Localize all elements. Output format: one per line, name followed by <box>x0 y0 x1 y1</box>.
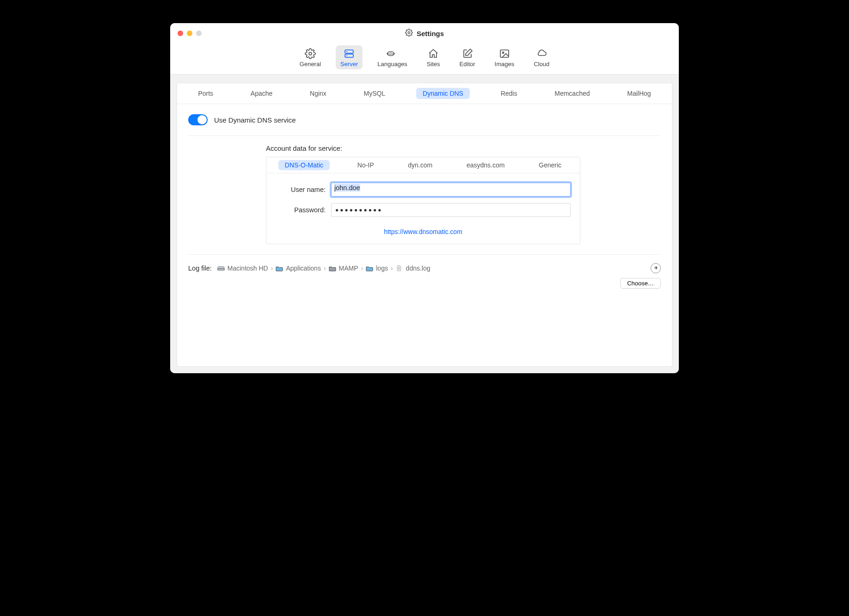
tab-label: Server <box>340 61 358 68</box>
password-input[interactable]: ●●●●●●●●●● <box>331 203 571 217</box>
gear-icon <box>304 48 316 59</box>
provider-tab-easydns[interactable]: easydns.com <box>460 160 511 170</box>
subtab-dynamic-dns[interactable]: Dynamic DNS <box>416 88 470 99</box>
provider-form: User name: john.doe Password: ●●●●●●●●●●… <box>266 173 580 244</box>
choose-row: Choose… <box>188 273 661 289</box>
crumb-applications[interactable]: Applications <box>276 265 321 272</box>
tab-general[interactable]: General <box>295 45 326 69</box>
crumb-disk[interactable]: Macintosh HD <box>217 265 268 272</box>
close-window-button[interactable] <box>178 31 183 36</box>
tab-label: Sites <box>427 61 440 68</box>
account-heading: Account data for service: <box>266 144 661 152</box>
image-icon <box>498 48 511 59</box>
disk-icon <box>217 265 225 271</box>
ddns-enable-toggle[interactable] <box>188 114 208 125</box>
window-title-text: Settings <box>417 30 444 37</box>
crumb-text: Applications <box>286 265 321 272</box>
username-row: User name: john.doe <box>276 183 571 197</box>
subtab-apache[interactable]: Apache <box>244 88 279 99</box>
choose-logfile-button[interactable]: Choose… <box>620 278 661 289</box>
tab-label: General <box>300 61 321 68</box>
logfile-path-breadcrumbs: Macintosh HD › Applications › MAMP › <box>217 265 645 272</box>
divider <box>188 136 661 136</box>
folder-icon <box>366 265 373 271</box>
tab-server[interactable]: Server <box>336 45 363 69</box>
provider-link-row: https://www.dnsomatic.com <box>276 223 571 235</box>
provider-tabs: DNS-O-Matic No-IP dyn.com easydns.com Ge… <box>266 157 580 173</box>
tab-images[interactable]: Images <box>490 45 519 69</box>
subtab-ports[interactable]: Ports <box>191 88 220 99</box>
tab-label: Editor <box>460 61 475 68</box>
subtab-mysql[interactable]: MySQL <box>357 88 392 99</box>
crumb-text: ddns.log <box>406 265 431 272</box>
svg-point-1 <box>309 52 312 55</box>
svg-point-0 <box>408 31 410 33</box>
username-input[interactable]: john.doe <box>331 183 571 197</box>
tab-languages[interactable]: Languages <box>373 45 412 69</box>
body-area: Ports Apache Nginx MySQL Dynamic DNS Red… <box>170 74 679 373</box>
titlebar: Settings <box>170 23 679 43</box>
password-label: Password: <box>276 206 331 214</box>
window-title: Settings <box>405 29 444 38</box>
subtab-memcached[interactable]: Memcached <box>548 88 596 99</box>
username-label: User name: <box>276 186 331 193</box>
gear-icon <box>405 29 413 38</box>
server-panel: Ports Apache Nginx MySQL Dynamic DNS Red… <box>177 83 672 367</box>
ddns-toggle-row: Use Dynamic DNS service <box>188 114 661 125</box>
reveal-in-finder-button[interactable] <box>651 263 661 273</box>
arrow-right-icon <box>653 265 658 272</box>
svg-rect-6 <box>500 50 509 57</box>
logfile-label: Log file: <box>188 265 212 272</box>
tab-label: Images <box>495 61 515 68</box>
tab-label: Languages <box>377 61 407 68</box>
svg-rect-3 <box>345 54 353 57</box>
account-box: DNS-O-Matic No-IP dyn.com easydns.com Ge… <box>266 157 580 244</box>
provider-tab-dyn[interactable]: dyn.com <box>401 160 439 170</box>
password-row: Password: ●●●●●●●●●● <box>276 203 571 217</box>
folder-icon <box>329 265 336 271</box>
crumb-text: MAMP <box>339 265 358 272</box>
provider-tab-dnsomatic[interactable]: DNS-O-Matic <box>278 160 330 170</box>
subtab-mailhog[interactable]: MailHog <box>621 88 657 99</box>
crumb-file[interactable]: ddns.log <box>396 265 431 272</box>
tab-editor[interactable]: Editor <box>455 45 480 69</box>
preferences-toolbar: General Server Languages Sites Editor <box>170 43 679 74</box>
svg-rect-9 <box>218 269 224 270</box>
provider-tab-noip[interactable]: No-IP <box>351 160 381 170</box>
edit-icon <box>461 48 474 59</box>
password-mask: ●●●●●●●●●● <box>335 207 382 213</box>
zoom-window-button[interactable] <box>196 31 202 36</box>
provider-tab-generic[interactable]: Generic <box>532 160 568 170</box>
house-icon <box>427 48 439 59</box>
chevron-right-icon: › <box>391 265 393 272</box>
provider-url-link[interactable]: https://www.dnsomatic.com <box>384 228 462 235</box>
file-icon <box>396 265 403 271</box>
tab-cloud[interactable]: Cloud <box>529 45 554 69</box>
svg-point-7 <box>502 52 504 53</box>
svg-rect-2 <box>345 50 353 53</box>
settings-window: Settings General Server Languages <box>170 23 679 373</box>
chevron-right-icon: › <box>324 265 326 272</box>
crumb-text: logs <box>376 265 388 272</box>
server-icon <box>342 48 356 59</box>
subtab-nginx[interactable]: Nginx <box>303 88 333 99</box>
cloud-icon <box>535 48 548 59</box>
folder-icon <box>276 265 283 271</box>
ddns-content: Use Dynamic DNS service Account data for… <box>177 104 672 297</box>
crumb-mamp[interactable]: MAMP <box>329 265 358 272</box>
window-controls <box>170 31 202 36</box>
server-subtabs: Ports Apache Nginx MySQL Dynamic DNS Red… <box>177 83 672 104</box>
crumb-logs[interactable]: logs <box>366 265 388 272</box>
crumb-text: Macintosh HD <box>228 265 268 272</box>
logfile-row: Log file: Macintosh HD › Applications › <box>188 263 661 273</box>
chevron-right-icon: › <box>361 265 363 272</box>
divider <box>188 254 661 255</box>
username-value: john.doe <box>334 184 360 191</box>
tab-sites[interactable]: Sites <box>422 45 445 69</box>
ddns-toggle-label: Use Dynamic DNS service <box>214 116 296 124</box>
minimize-window-button[interactable] <box>187 31 192 36</box>
tab-label: Cloud <box>534 61 549 68</box>
account-section: Account data for service: DNS-O-Matic No… <box>188 144 661 244</box>
chevron-right-icon: › <box>271 265 273 272</box>
subtab-redis[interactable]: Redis <box>494 88 524 99</box>
